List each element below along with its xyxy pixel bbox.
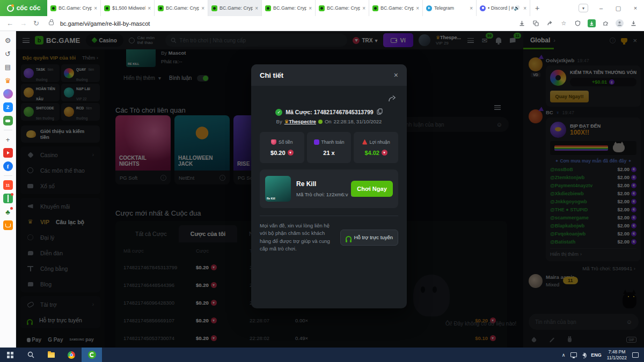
window-minimize-button[interactable]: –	[592, 0, 610, 16]
browser-tab[interactable]: BC.Game: Crypto ×	[262, 0, 316, 16]
tab-close-icon[interactable]: ×	[94, 5, 97, 11]
tab-favicon	[158, 5, 164, 11]
browser-sidebar-icon[interactable]	[3, 135, 13, 144]
tab-favicon	[319, 5, 325, 11]
stat-payout-value: 21 x	[323, 150, 334, 156]
live-support-button[interactable]: Hỗ trợ trực tuyến	[340, 230, 398, 246]
browser-sidebar-icon[interactable]	[3, 148, 13, 158]
taskbar-tray: ∧ ENG 7:48 PM 11/1/2022	[562, 349, 644, 360]
taskbar-clock[interactable]: 7:48 PM 11/1/2022	[607, 349, 627, 360]
downloads-tray-icon[interactable]	[630, 19, 638, 27]
tab-favicon	[480, 5, 486, 11]
tab-close-icon[interactable]: ×	[362, 5, 365, 11]
share-page-icon[interactable]	[546, 19, 554, 27]
browser-sidebar-icon[interactable]	[3, 180, 13, 190]
browser-sidebar	[0, 31, 16, 348]
file-explorer-button[interactable]	[41, 348, 61, 362]
browser-sidebar-icon[interactable]	[3, 102, 13, 112]
coccoc-button[interactable]	[82, 348, 102, 362]
tab-close-icon[interactable]: ×	[255, 5, 258, 11]
bookmark-star-icon[interactable]: ☆	[560, 19, 568, 27]
browser-tab[interactable]: • Discord | #🔊 ×	[477, 0, 530, 16]
tab-title: BC.Game: Crypto	[327, 5, 360, 11]
modal-close-icon[interactable]: ×	[394, 71, 398, 79]
browser-address-bar: ← → ↻ bc.game/vi/game/re-kill-by-mascot …	[0, 16, 644, 31]
browser-sidebar-icon[interactable]	[3, 207, 13, 217]
tab-title: BC.Game: Crypto	[273, 5, 306, 11]
tab-search-button[interactable]: ▾	[579, 4, 588, 12]
language-indicator[interactable]: ENG	[591, 352, 602, 358]
download-active-icon[interactable]	[588, 19, 596, 27]
browser-tab[interactable]: BC.Game: Crypto ×	[316, 0, 369, 16]
browser-sidebar-icon[interactable]	[3, 62, 13, 72]
bet-id-label: Mã Cược: 1748217467845313799	[286, 109, 373, 115]
bet-stats: Số tiền $0.20 Thanh toán 21 x Lợi nhuận …	[260, 132, 398, 163]
translate-icon[interactable]	[532, 19, 540, 27]
browser-sidebar-icon[interactable]	[3, 89, 13, 99]
taskbar-search-button[interactable]	[20, 348, 41, 362]
coccoc-icon	[88, 351, 96, 359]
new-tab-button[interactable]: +	[530, 0, 544, 16]
browser-sidebar-icon[interactable]	[3, 161, 13, 171]
volume-icon[interactable]	[582, 353, 586, 357]
play-now-button[interactable]: Chơi Ngay	[351, 181, 393, 197]
browser-sidebar-icon[interactable]	[4, 175, 12, 176]
forward-button[interactable]: →	[20, 20, 27, 27]
tab-title: $1,500 Midweek	[112, 5, 145, 11]
bet-details-modal: Chi tiết × ✓ Mã Cược: 174821746784531379…	[251, 64, 407, 308]
browser-sidebar-icon[interactable]	[3, 194, 13, 203]
window-close-button[interactable]: ×	[627, 0, 644, 16]
tab-close-icon[interactable]: ×	[523, 5, 526, 11]
tab-favicon	[372, 5, 378, 11]
browser-sidebar-icon[interactable]	[4, 130, 12, 130]
browser-sidebar-icon[interactable]	[3, 49, 13, 58]
back-button[interactable]: ←	[6, 20, 13, 27]
browser-tab[interactable]: BC.Game: Crypto ×	[155, 0, 208, 16]
coccoc-brand-label: cốc cốc	[17, 4, 41, 12]
tab-close-icon[interactable]: ×	[148, 5, 151, 11]
browser-sidebar-icon[interactable]	[3, 76, 13, 85]
tray-expand-icon[interactable]: ∧	[562, 352, 566, 358]
network-icon[interactable]	[570, 352, 577, 357]
tab-close-icon[interactable]: ×	[201, 5, 204, 11]
browser-tab[interactable]: BC.Game: Crypto ×	[47, 0, 101, 16]
save-page-icon[interactable]	[518, 19, 526, 27]
browser-tab[interactable]: $1,500 Midweek ×	[101, 0, 155, 16]
modal-game-card: Re Kill Re Kill Mã Trò chơi: 1z2xm6:v Ch…	[260, 169, 398, 208]
extensions-puzzle-icon[interactable]	[602, 19, 610, 27]
share-icon[interactable]	[388, 94, 396, 104]
browser-tab[interactable]: Telegram ×	[423, 0, 477, 16]
site-viewport: b BC.GAME Casino Các môn thể thao TRX ▾ …	[16, 31, 644, 348]
tab-close-icon[interactable]: ×	[470, 5, 473, 11]
support-note: Mọi vấn đề, xin vui lòng liên hệ với bộ …	[260, 222, 336, 253]
chrome-button[interactable]	[61, 348, 82, 362]
stat-amount-value: $0.20	[270, 150, 286, 156]
bet-author-link[interactable]: ♛Thespectre	[284, 119, 316, 124]
browser-sidebar-icon[interactable]	[3, 220, 13, 230]
url-text[interactable]: bc.game/vi/game/re-kill-by-mascot	[60, 20, 511, 27]
browser-tab[interactable]: BC.Game: Crypto ×	[369, 0, 423, 16]
tab-title: • Discord | #🔊	[488, 5, 521, 11]
browser-sidebar-icon[interactable]	[3, 116, 13, 125]
browser-sidebar-icon[interactable]	[3, 35, 13, 45]
copy-icon[interactable]	[377, 107, 383, 117]
action-center-icon[interactable]	[632, 352, 639, 358]
vip-crown-icon: ♛	[284, 119, 289, 124]
adblock-shield-icon[interactable]	[574, 19, 582, 27]
window-maximize-button[interactable]: ▢	[610, 0, 627, 16]
ssl-lock-icon[interactable]	[49, 21, 54, 25]
tab-close-icon[interactable]: ×	[416, 5, 419, 11]
bet-datetime: 22:28:18, 31/10/2022	[334, 119, 382, 124]
window-controls: ▾ – ▢ ×	[574, 0, 644, 16]
start-button[interactable]	[0, 348, 20, 362]
coccoc-brand-logo[interactable]: cốc cốc	[0, 0, 47, 16]
search-icon	[27, 351, 34, 358]
browser-tabs: BC.Game: Crypto × $1,500 Midweek × BC.Ga…	[47, 0, 530, 16]
browser-profile-icon[interactable]	[616, 19, 624, 27]
game-thumbnail[interactable]: Re Kill	[265, 176, 291, 202]
browser-tab[interactable]: BC.Game: Crypto ×	[208, 0, 262, 16]
profit-icon	[362, 139, 368, 145]
tab-close-icon[interactable]: ×	[309, 5, 312, 11]
tab-title: Telegram	[434, 5, 467, 11]
reload-button[interactable]: ↻	[33, 20, 39, 27]
